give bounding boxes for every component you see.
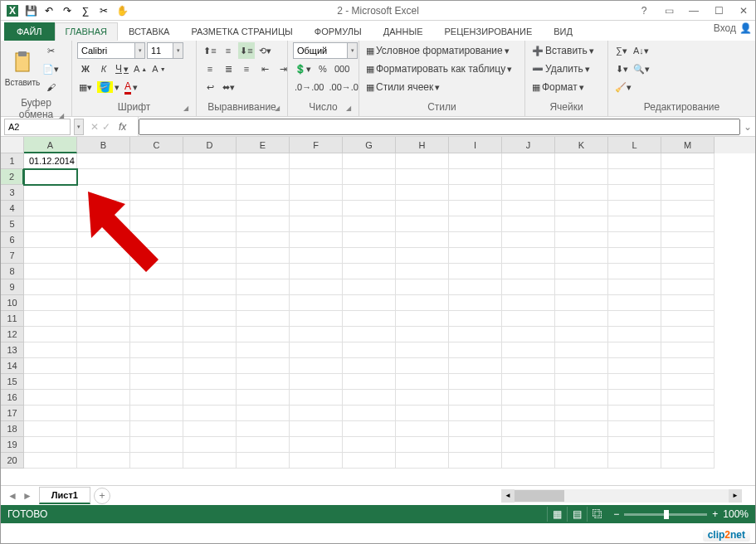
cell-M14[interactable] [661,358,715,374]
cell-E13[interactable] [237,342,290,358]
cell-K19[interactable] [555,437,608,453]
cell-L14[interactable] [608,358,661,374]
format-cells-button[interactable]: ▦ Формат ▾ [530,79,602,95]
cell-C3[interactable] [130,185,183,201]
cell-E2[interactable] [237,169,290,185]
cell-J19[interactable] [502,437,555,453]
cell-J13[interactable] [502,342,555,358]
cell-F5[interactable] [290,216,343,232]
cell-M20[interactable] [661,453,715,469]
cell-C6[interactable] [130,232,183,248]
cell-J3[interactable] [502,185,555,201]
cell-I1[interactable] [449,153,502,169]
cell-H9[interactable] [396,279,449,295]
cell-D5[interactable] [183,216,237,232]
tab-file[interactable]: ФАЙЛ [4,22,55,41]
cell-A1[interactable]: 01.12.2014 [24,153,77,169]
cell-D1[interactable] [183,153,237,169]
cell-H12[interactable] [396,327,449,342]
cell-L4[interactable] [608,201,661,216]
cell-E15[interactable] [237,374,290,390]
cell-J6[interactable] [502,232,555,248]
cell-E1[interactable] [237,153,290,169]
cell-F11[interactable] [290,311,343,327]
cell-B19[interactable] [77,437,130,453]
formula-bar[interactable] [139,119,740,135]
cell-C17[interactable] [130,406,183,421]
cell-H5[interactable] [396,216,449,232]
font-color-button[interactable]: A▾ [123,79,139,95]
cell-B13[interactable] [77,342,130,358]
cell-H18[interactable] [396,421,449,437]
cut-icon[interactable]: ✂ [95,2,112,19]
cell-L3[interactable] [608,185,661,201]
cell-F18[interactable] [290,421,343,437]
cell-C8[interactable] [130,264,183,279]
cell-C2[interactable] [130,169,183,185]
cell-I12[interactable] [449,327,502,342]
cell-K4[interactable] [555,201,608,216]
cell-D6[interactable] [183,232,237,248]
cell-C4[interactable] [130,201,183,216]
cell-D9[interactable] [183,279,237,295]
page-layout-view-icon[interactable]: ▤ [567,507,587,522]
borders-button[interactable]: ▦▾ [77,79,94,95]
cell-C19[interactable] [130,437,183,453]
cell-C12[interactable] [130,327,183,342]
cell-D19[interactable] [183,437,237,453]
cell-I8[interactable] [449,264,502,279]
cell-L12[interactable] [608,327,661,342]
sheet-nav-first-icon[interactable]: ◄ [6,490,19,502]
cell-D13[interactable] [183,342,237,358]
align-top-button[interactable]: ⬆≡ [202,42,218,59]
row-head-4[interactable]: 4 [1,201,24,216]
cell-G3[interactable] [343,185,396,201]
align-middle-button[interactable]: ≡ [220,42,237,59]
cell-B10[interactable] [77,295,130,311]
cell-G1[interactable] [343,153,396,169]
undo-icon[interactable]: ↶ [41,2,57,19]
minimize-icon[interactable]: — [682,2,705,19]
cell-K1[interactable] [555,153,608,169]
cell-G18[interactable] [343,421,396,437]
cell-B11[interactable] [77,311,130,327]
cell-F14[interactable] [290,358,343,374]
cell-J1[interactable] [502,153,555,169]
cell-D3[interactable] [183,185,237,201]
cell-G5[interactable] [343,216,396,232]
signin-label[interactable]: Вход [714,22,736,34]
cell-D11[interactable] [183,311,237,327]
cell-E19[interactable] [237,437,290,453]
cell-M11[interactable] [661,311,715,327]
cell-E9[interactable] [237,279,290,295]
italic-button[interactable]: К [95,61,112,77]
cell-A19[interactable] [24,437,77,453]
touch-mode-icon[interactable]: ✋ [114,2,130,19]
cell-G2[interactable] [343,169,396,185]
cell-E7[interactable] [237,248,290,264]
cell-J17[interactable] [502,406,555,421]
cell-B2[interactable] [77,169,130,185]
cell-I19[interactable] [449,437,502,453]
cell-I10[interactable] [449,295,502,311]
font-dialog-icon[interactable]: ◢ [181,104,191,114]
cell-E12[interactable] [237,327,290,342]
cell-L20[interactable] [608,453,661,469]
cell-K10[interactable] [555,295,608,311]
cell-G20[interactable] [343,453,396,469]
zoom-in-icon[interactable]: + [712,508,718,520]
tab-data[interactable]: ДАННЫЕ [373,22,434,41]
row-head-12[interactable]: 12 [1,327,24,342]
cell-A6[interactable] [24,232,77,248]
cell-A15[interactable] [24,374,77,390]
cell-A11[interactable] [24,311,77,327]
cell-K5[interactable] [555,216,608,232]
cell-F4[interactable] [290,201,343,216]
cell-A16[interactable] [24,390,77,406]
cell-H14[interactable] [396,358,449,374]
cell-D8[interactable] [183,264,237,279]
ribbon-options-icon[interactable]: ▭ [657,2,680,19]
col-head-M[interactable]: M [661,137,715,153]
row-head-1[interactable]: 1 [1,153,24,169]
insert-cells-button[interactable]: ➕ Вставить ▾ [530,42,602,59]
